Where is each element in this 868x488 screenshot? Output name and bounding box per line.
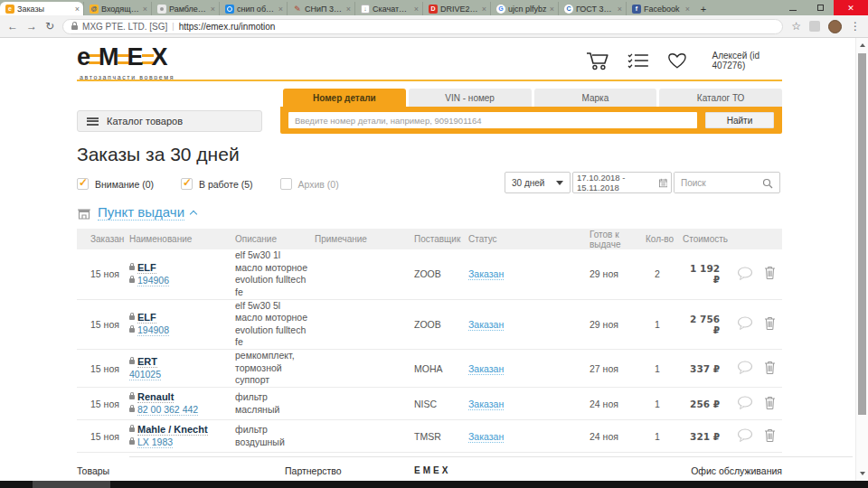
browser-tab-facebook[interactable]: Facebook × [626,2,693,15]
minimize-icon [789,10,797,11]
comment-bubble-icon[interactable] [737,361,753,374]
period-select[interactable]: 30 дней [505,172,571,193]
tab-close-icon[interactable]: × [211,5,215,14]
date-range-picker[interactable]: 17.10.2018 - 15.11.2018 [572,172,672,193]
order-list-icon[interactable] [627,52,649,69]
catalog-button-label: Каталог товаров [107,116,183,127]
footer-link-service-office[interactable]: Офис обслуживания [691,465,782,476]
tab-close-icon[interactable]: × [482,5,486,14]
status-link[interactable]: Заказан [468,268,504,280]
magnifier-icon[interactable] [762,178,773,189]
emex-logo[interactable]: eMEX [77,45,168,70]
table-header-row: Заказан Наименование Описание Примечание… [77,229,782,249]
omnibox[interactable]: MXG PTE. LTD. [SG] | https://emex.ru/inm… [62,19,783,34]
order-price: 337 ₽ [683,350,732,388]
comment-bubble-icon[interactable] [737,316,753,330]
taskbar-app-segment[interactable] [33,481,110,488]
favorites-heart-icon[interactable] [667,52,687,70]
tab-close-icon[interactable]: × [346,5,351,14]
order-price: 2 756 ₽ [683,299,732,350]
tab-vin[interactable]: VIN - номер [409,89,532,107]
order-row: 15 ноя ERT 401025 ремкомплект, тормозной… [77,350,782,388]
browser-tab-drive2[interactable]: DRIVE2.RU × [422,2,490,15]
trash-icon[interactable] [764,316,776,331]
part-number-input[interactable] [288,112,697,128]
back-icon[interactable]: ← [7,21,18,32]
trash-icon[interactable] [764,361,776,375]
order-supplier: NISC [414,388,468,420]
lock-icon [129,328,135,333]
trash-icon[interactable] [764,396,776,410]
browser-tab-gost[interactable]: ГОСТ 30494 × [558,2,626,15]
status-link[interactable]: Заказан [468,319,504,331]
part-number-link[interactable]: 194908 [137,324,169,336]
tab-close-icon[interactable]: × [685,5,690,14]
trash-icon[interactable] [764,266,776,280]
extension-icon[interactable] [809,21,820,32]
browser-tab-download[interactable]: Скачать СП × [354,2,422,15]
brand-link[interactable]: ERT [137,356,157,368]
profile-avatar[interactable] [828,20,842,33]
part-number-link[interactable]: LX 1983 [137,436,173,448]
order-note [315,350,414,388]
comment-bubble-icon[interactable] [737,396,753,409]
trash-icon[interactable] [764,428,776,443]
col-supplier: Поставщик [414,229,468,249]
brand-link[interactable]: Renault [137,391,174,403]
scrollbar-thumb[interactable] [858,53,866,415]
brand-link[interactable]: ELF [137,262,156,274]
part-number-link[interactable]: 401025 [129,369,161,380]
scrollbar-down-arrow[interactable] [856,467,868,480]
chevron-up-icon[interactable] [190,211,197,218]
browser-tab-rambler[interactable]: Рамблер — × [151,2,219,15]
status-link[interactable]: Заказан [468,363,504,375]
pickup-point-link[interactable]: Пункт выдачи [98,204,184,221]
order-note [315,299,414,350]
comment-bubble-icon[interactable] [737,267,753,280]
tab-close-icon[interactable]: × [75,5,80,14]
comment-bubble-icon[interactable] [737,428,753,442]
cart-icon[interactable] [586,51,609,70]
order-row: 15 ноя Renault 82 00 362 442 фильтр масл… [77,388,782,420]
browser-tab-inbox[interactable]: Входящие - × [83,2,151,15]
browser-tab-snip-search[interactable]: снип общес × [219,2,287,15]
status-link[interactable]: Заказан [468,431,504,443]
browser-tab-orders[interactable]: Заказы × [0,2,83,15]
catalog-button[interactable]: Каталог товаров [77,110,262,132]
lock-icon [71,25,78,30]
order-qty: 1 [646,420,683,453]
tab-close-icon[interactable]: × [143,5,147,14]
minimize-button[interactable] [779,0,807,15]
footer-link-products[interactable]: Товары [77,465,109,476]
footer-link-emex[interactable]: EMEX [414,465,450,475]
part-number-link[interactable]: 194906 [137,275,169,286]
forward-icon[interactable]: → [26,21,37,32]
drive2-favicon [429,5,438,14]
reload-icon[interactable]: ↻ [45,21,54,32]
bookmark-star-icon[interactable]: ☆ [791,21,801,32]
user-account[interactable]: Алексей (id 407276) [712,51,795,70]
tab-brand[interactable]: Марка [534,89,657,107]
browser-tab-snip-doc[interactable]: СНиП 31-06 × [287,2,354,15]
tab-close-icon[interactable]: × [550,5,554,14]
status-link[interactable]: Заказан [468,399,504,410]
maximize-button[interactable] [807,0,834,15]
find-button[interactable]: Найти [705,112,774,128]
scrollbar-up-arrow[interactable] [856,39,868,52]
brand-link[interactable]: Mahle / Knecht [137,424,208,436]
tab-close-icon[interactable]: × [618,5,622,14]
tab-catalog-to[interactable]: Каталог ТО [659,89,782,107]
orders-search-input[interactable] [675,173,758,192]
tab-close-icon[interactable]: × [414,5,419,14]
brand-link[interactable]: ELF [137,312,156,324]
part-number-link[interactable]: 82 00 362 442 [137,404,198,416]
window-close-button[interactable]: ✕ [834,0,868,15]
browser-menu-icon[interactable]: ⋮ [850,21,861,32]
mail-favicon [90,5,99,14]
footer-link-partnership[interactable]: Партнерство [285,465,342,476]
browser-tab-google[interactable]: ujcn plfybz × [490,2,558,15]
scrollbar[interactable] [855,38,868,481]
tab-part-number[interactable]: Номер детали [283,89,406,107]
tab-close-icon[interactable]: × [278,5,283,14]
new-tab-button[interactable]: + [693,2,713,15]
